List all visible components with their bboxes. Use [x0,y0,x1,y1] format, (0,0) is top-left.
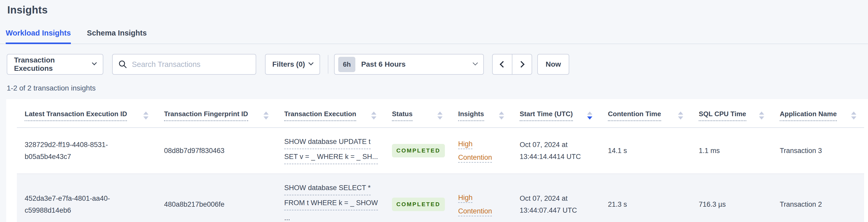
status-badge: COMPLETED [392,198,445,211]
cell-fingerprint-id: 08d8b7d97f830463 [156,128,276,174]
cell-status: COMPLETED [384,174,451,222]
cell-application-name: Transaction 2 [772,174,864,222]
sort-icon[interactable] [759,112,764,120]
cell-start-time: Oct 07, 2024 at 13:44:14.4414 UTC [512,128,600,174]
cell-sql-cpu-time: 716.3 µs [691,174,772,222]
table-row: 452da3e7-e7fa-4801-aa40-c59988d14eb6 480… [17,174,864,222]
sort-icon[interactable] [371,112,376,120]
time-range-picker[interactable]: 6h Past 6 Hours [334,54,484,75]
tab-workload-insights[interactable]: Workload Insights [6,29,71,44]
search-icon [118,60,127,69]
insight-link[interactable]: High Contention [458,194,492,215]
column-header-application-name[interactable]: Application Name [780,110,837,121]
time-range-badge: 6h [338,57,355,72]
insights-table-card: Latest Transaction Execution ID Transact… [6,99,868,222]
cell-application-name: Transaction 3 [772,128,864,174]
transaction-insights-table: Latest Transaction Execution ID Transact… [17,99,864,222]
tab-bar: Workload Insights Schema Insights [0,29,868,44]
column-header-status[interactable]: Status [392,110,412,121]
column-header-sql-cpu-time[interactable]: SQL CPU Time [699,110,746,121]
cell-contention-time: 14.1 s [600,128,691,174]
sort-icon[interactable] [143,112,149,120]
transaction-query-link[interactable]: SHOW database UPDATE t SET v = _ WHERE k… [284,138,378,161]
chevron-left-icon [500,61,506,67]
chevron-right-icon [518,61,524,67]
time-range-nav [492,54,532,75]
next-range-button[interactable] [512,54,532,75]
workload-type-select-label: Transaction Executions [14,56,89,73]
cell-insights: High Contention [451,128,512,174]
cell-status: COMPLETED [384,128,451,174]
sort-icon-active-desc[interactable] [587,112,592,120]
time-range-label: Past 6 Hours [361,60,473,68]
filters-button[interactable]: Filters (0) [265,54,320,75]
column-header-start-time[interactable]: Start Time (UTC) [520,110,573,121]
sort-icon[interactable] [264,112,269,120]
chevron-down-icon [308,60,314,65]
cell-transaction-execution: SHOW database SELECT * FROM t WHERE k = … [276,174,384,222]
chevron-down-icon [473,60,478,65]
now-button[interactable]: Now [537,54,569,75]
column-header-transaction-execution[interactable]: Transaction Execution [284,110,356,121]
cell-contention-time: 21.3 s [600,174,691,222]
sort-icon[interactable] [437,112,442,120]
column-header-latest-transaction-execution-id[interactable]: Latest Transaction Execution ID [25,110,127,121]
workload-type-select[interactable]: Transaction Executions [7,54,103,75]
cell-transaction-execution: SHOW database UPDATE t SET v = _ WHERE k… [276,128,384,174]
search-box [112,54,256,75]
table-row: 328729d2-ff19-4408-8531-b05a5b4e43c7 08d… [17,128,864,174]
cell-latest-execution-id: 328729d2-ff19-4408-8531-b05a5b4e43c7 [17,128,156,174]
cell-latest-execution-id: 452da3e7-e7fa-4801-aa40-c59988d14eb6 [17,174,156,222]
filters-button-label: Filters (0) [272,60,305,68]
toolbar-divider [328,55,328,74]
column-header-contention-time[interactable]: Contention Time [608,110,661,121]
cell-fingerprint-id: 480a8b217be006fe [156,174,276,222]
insight-link[interactable]: High Contention [458,140,492,161]
insights-page: Insights Workload Insights Schema Insigh… [0,0,868,222]
column-header-insights[interactable]: Insights [458,110,484,121]
sort-icon[interactable] [499,112,504,120]
now-button-label: Now [546,60,561,68]
chevron-down-icon [92,60,97,65]
table-header-row: Latest Transaction Execution ID Transact… [17,99,864,128]
cell-sql-cpu-time: 1.1 ms [691,128,772,174]
column-header-transaction-fingerprint-id[interactable]: Transaction Fingerprint ID [164,110,248,121]
tab-schema-insights[interactable]: Schema Insights [87,29,147,44]
sort-icon[interactable] [851,112,856,120]
transaction-query-link[interactable]: SHOW database SELECT * FROM t WHERE k = … [284,184,378,222]
results-count-caption: 1-2 of 2 transaction insights [7,84,868,92]
status-badge: COMPLETED [392,144,445,157]
cell-start-time: Oct 07, 2024 at 13:44:07.447 UTC [512,174,600,222]
search-input[interactable] [132,60,250,69]
cell-insights: High Contention [451,174,512,222]
toolbar: Transaction Executions Filters (0) 6h Pa… [7,54,868,75]
page-title: Insights [7,4,868,16]
previous-range-button[interactable] [492,54,513,75]
sort-icon[interactable] [678,112,683,120]
